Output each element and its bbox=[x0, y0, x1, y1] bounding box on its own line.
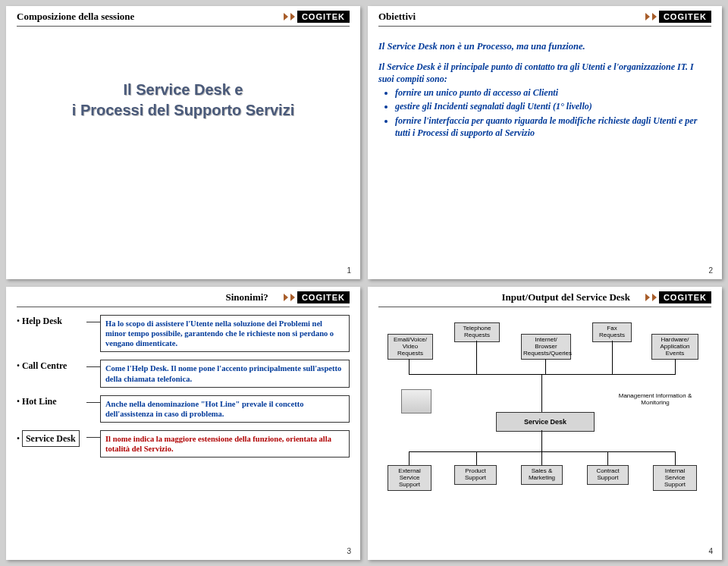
synonym-desc: Ha lo scopo di assistere l'Utente nella … bbox=[100, 315, 350, 352]
output-box: Contract Support bbox=[587, 465, 629, 485]
synonym-desc: Come l'Help Desk. Il nome pone l'accento… bbox=[100, 360, 350, 387]
title-line-2: i Processi del Supporto Servizi bbox=[17, 100, 350, 121]
logo-chevron-icon bbox=[284, 294, 288, 301]
title-line-1: Il Service Desk e bbox=[17, 80, 350, 100]
connector-line bbox=[541, 451, 542, 465]
brand-name: COGITEK bbox=[659, 291, 711, 303]
slide-header: Sinonimi? COGITEK bbox=[6, 287, 360, 303]
output-box: Sales & Marketing bbox=[521, 465, 563, 485]
connector-line bbox=[476, 341, 477, 374]
service-desk-box: Service Desk bbox=[496, 412, 595, 432]
header-title: Sinonimi? bbox=[226, 291, 268, 303]
slide-1: Composizione della sessione COGITEK Il S… bbox=[6, 6, 360, 279]
management-info-label: Management Information & Monitoring bbox=[613, 391, 697, 409]
connector-line bbox=[675, 359, 676, 374]
objective-item: gestire gli Incidenti segnalati dagli Ut… bbox=[395, 100, 711, 112]
connector-line bbox=[409, 451, 410, 465]
connector-line bbox=[86, 366, 100, 367]
synonym-row: • Service Desk Il nome indica la maggior… bbox=[17, 430, 350, 458]
output-box: Product Support bbox=[454, 465, 497, 485]
brand-name: COGITEK bbox=[659, 11, 711, 23]
header-title: Input/Output del Service Desk bbox=[501, 291, 629, 303]
brand-logo: COGITEK bbox=[284, 291, 350, 303]
header-title: Obiettivi bbox=[378, 11, 416, 23]
logo-chevron-icon bbox=[652, 294, 657, 301]
connector-line bbox=[612, 341, 613, 374]
slide-header: Obiettivi COGITEK bbox=[368, 6, 722, 23]
synonym-desc: Anche nella denominazione "Hot Line" pre… bbox=[100, 395, 350, 423]
synonym-label: • Hot Line bbox=[17, 395, 86, 408]
input-box: Telephone Requests bbox=[454, 322, 500, 342]
io-diagram: Email/Voice/ Video Requests Telephone Re… bbox=[378, 315, 711, 543]
brand-name: COGITEK bbox=[297, 291, 350, 303]
input-box: Email/Voice/ Video Requests bbox=[388, 334, 433, 360]
synonym-row: • Hot Line Anche nella denominazione "Ho… bbox=[17, 395, 350, 423]
slide-body: Il Service Desk e i Processi del Support… bbox=[6, 27, 360, 279]
output-box: Internal Service Support bbox=[653, 465, 697, 491]
connector-line bbox=[607, 451, 608, 465]
slide-4: Input/Output del Service Desk COGITEK Em… bbox=[368, 287, 722, 560]
input-box: Fax Requests bbox=[592, 322, 632, 342]
input-box: Internet/ Browser Requests/Queries bbox=[521, 334, 571, 360]
synonym-label: • Service Desk bbox=[17, 430, 86, 447]
slide-body: Il Service Desk non è un Processo, ma un… bbox=[368, 27, 722, 279]
slide-body: • Help Desk Ha lo scopo di assistere l'U… bbox=[6, 307, 360, 560]
connector-line bbox=[86, 322, 100, 322]
slide-header: Composizione della sessione COGITEK bbox=[6, 6, 360, 23]
objective-item: fornire l'interfaccia per quanto riguard… bbox=[395, 115, 711, 139]
brand-logo: COGITEK bbox=[284, 11, 350, 23]
main-title: Il Service Desk e i Processi del Support… bbox=[17, 80, 350, 121]
input-box: Hardware/ Application Events bbox=[651, 334, 698, 360]
output-box: External Service Support bbox=[388, 465, 431, 491]
body-text: Il Service Desk è il principale punto di… bbox=[378, 61, 711, 85]
connector-line bbox=[86, 437, 100, 438]
synonym-row: • Help Desk Ha lo scopo di assistere l'U… bbox=[17, 315, 350, 352]
synonym-row: • Call Centre Come l'Help Desk. Il nome … bbox=[17, 360, 350, 387]
connector-line bbox=[409, 451, 676, 452]
brand-logo: COGITEK bbox=[645, 291, 711, 303]
connector-line bbox=[476, 451, 477, 465]
page-number: 4 bbox=[708, 547, 713, 555]
synonym-label: • Help Desk bbox=[17, 315, 86, 328]
synonym-desc: Il nome indica la maggiore estensione de… bbox=[100, 430, 350, 458]
slide-header: Input/Output del Service Desk COGITEK bbox=[368, 287, 722, 303]
logo-chevron-icon bbox=[645, 294, 650, 301]
logo-chevron-icon bbox=[290, 13, 295, 20]
page-number: 3 bbox=[347, 547, 351, 555]
connector-line bbox=[541, 374, 542, 412]
slide-body: Email/Voice/ Video Requests Telephone Re… bbox=[368, 307, 722, 560]
logo-chevron-icon bbox=[290, 294, 295, 301]
computer-icon bbox=[401, 389, 431, 413]
objectives-list: fornire un unico punto di accesso ai Cli… bbox=[381, 86, 711, 139]
connector-line bbox=[545, 359, 546, 374]
objective-item: fornire un unico punto di accesso ai Cli… bbox=[395, 86, 711, 99]
logo-chevron-icon bbox=[645, 13, 650, 20]
intro-text: Il Service Desk non è un Processo, ma un… bbox=[378, 40, 711, 53]
slide-2: Obiettivi COGITEK Il Service Desk non è … bbox=[368, 6, 722, 279]
brand-logo: COGITEK bbox=[645, 11, 711, 23]
connector-line bbox=[409, 374, 676, 375]
page-number: 1 bbox=[347, 266, 351, 275]
connector-line bbox=[541, 430, 542, 451]
connector-line bbox=[86, 402, 100, 403]
logo-chevron-icon bbox=[284, 13, 288, 20]
slide-3: Sinonimi? COGITEK • Help Desk Ha lo scop… bbox=[6, 287, 360, 560]
connector-line bbox=[675, 451, 676, 465]
header-title: Composizione della sessione bbox=[17, 11, 134, 23]
synonym-label: • Call Centre bbox=[17, 360, 86, 373]
page-number: 2 bbox=[708, 266, 713, 275]
brand-name: COGITEK bbox=[297, 11, 350, 23]
connector-line bbox=[409, 359, 410, 374]
logo-chevron-icon bbox=[652, 13, 657, 20]
